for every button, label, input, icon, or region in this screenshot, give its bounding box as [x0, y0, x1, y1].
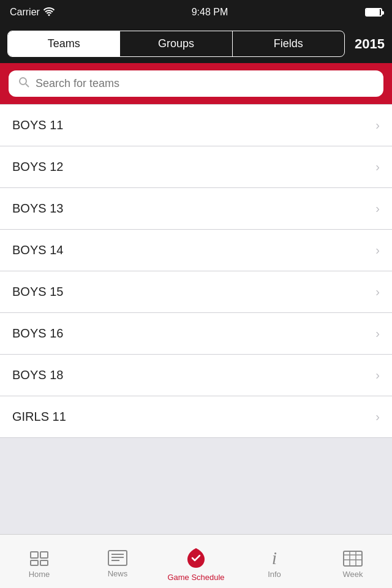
svg-rect-4 [31, 560, 38, 565]
time-label: 9:48 PM [192, 7, 228, 18]
info-icon: i [272, 549, 277, 567]
list-item[interactable]: BOYS 16 › [0, 313, 392, 355]
chevron-icon: › [375, 368, 380, 382]
carrier-info: Carrier [10, 7, 55, 18]
search-icon [18, 77, 29, 91]
chevron-icon: › [375, 285, 380, 299]
svg-rect-3 [40, 552, 48, 558]
list-item-label: BOYS 14 [12, 243, 63, 257]
list-item-label: BOYS 13 [12, 202, 63, 216]
schedule-icon [184, 546, 208, 570]
list-item[interactable]: BOYS 11 › [0, 104, 392, 146]
tabbar-label-week: Week [343, 570, 363, 579]
wifi-icon [43, 7, 55, 18]
chevron-icon: › [375, 118, 380, 132]
tabbar-item-week[interactable]: Week [314, 544, 392, 579]
tabbar-label-news: News [108, 569, 128, 578]
tabbar-item-schedule[interactable]: Game Schedule [157, 541, 235, 582]
list-item-label: BOYS 16 [12, 326, 63, 341]
chevron-icon: › [375, 326, 380, 341]
tabbar-label-schedule: Game Schedule [167, 573, 224, 582]
list-item-label: BOYS 15 [12, 285, 63, 299]
svg-rect-10 [344, 551, 362, 566]
chevron-icon: › [375, 202, 380, 216]
svg-point-0 [20, 78, 26, 85]
tab-bar: Home News Game Schedule i Info Week [0, 534, 392, 588]
list-item[interactable]: BOYS 14 › [0, 230, 392, 271]
tabbar-item-news[interactable]: News [78, 545, 157, 578]
tab-fields[interactable]: Fields [233, 31, 344, 56]
list-item-label: BOYS 12 [12, 160, 63, 174]
news-icon [107, 549, 128, 567]
battery-icon [365, 8, 382, 17]
chevron-icon: › [375, 160, 380, 174]
tabbar-item-info[interactable]: i Info [235, 544, 314, 579]
list-item[interactable]: BOYS 13 › [0, 188, 392, 230]
list-item[interactable]: BOYS 12 › [0, 146, 392, 188]
svg-line-1 [26, 84, 29, 87]
year-label: 2015 [350, 36, 385, 52]
chevron-icon: › [375, 243, 380, 257]
search-input[interactable] [36, 77, 374, 90]
list-item-label: BOYS 18 [12, 368, 63, 382]
tab-groups[interactable]: Groups [120, 31, 232, 56]
search-bar [9, 70, 383, 97]
tabbar-label-info: Info [268, 570, 281, 579]
list-item-label: GIRLS 11 [12, 410, 66, 424]
header: Teams Groups Fields 2015 [0, 24, 392, 63]
list-item-label: BOYS 11 [12, 118, 63, 132]
list-container: BOYS 11 › BOYS 12 › BOYS 13 › BOYS 14 › … [0, 104, 392, 438]
week-icon [342, 549, 363, 567]
list-item[interactable]: GIRLS 11 › [0, 396, 392, 438]
list-item[interactable]: BOYS 18 › [0, 355, 392, 396]
tabbar-label-home: Home [29, 570, 50, 579]
list-item[interactable]: BOYS 15 › [0, 271, 392, 313]
chevron-icon: › [375, 410, 380, 424]
search-container [0, 63, 392, 104]
tabbar-item-home[interactable]: Home [0, 544, 78, 579]
tab-teams[interactable]: Teams [8, 31, 120, 56]
carrier-label: Carrier [10, 7, 40, 18]
tab-group: Teams Groups Fields [7, 31, 345, 57]
svg-rect-5 [40, 560, 48, 565]
svg-rect-2 [31, 552, 38, 558]
home-icon [28, 549, 50, 567]
status-bar: Carrier 9:48 PM [0, 0, 392, 24]
